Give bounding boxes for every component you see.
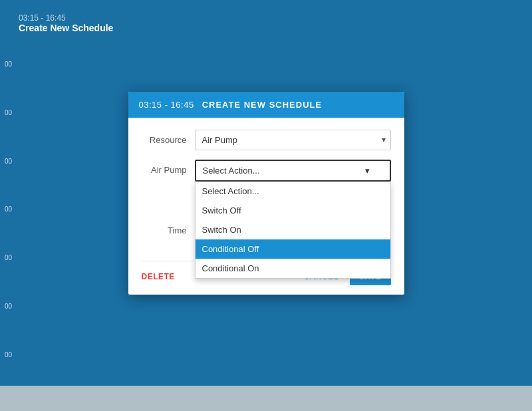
modal-header-time: 03:15 - 16:45: [139, 100, 194, 110]
dropdown-item-conditional-off[interactable]: Conditional Off: [196, 239, 390, 259]
action-dropdown-trigger[interactable]: Select Action... ▾: [195, 160, 391, 182]
modal-overlay: 03:15 - 16:45 CREATE NEW SCHEDULE Resour…: [0, 0, 532, 386]
dropdown-item-conditional-on[interactable]: Conditional On: [196, 259, 390, 278]
delete-button[interactable]: DELETE: [142, 268, 175, 285]
resource-select-wrap: Air Pump ▾: [195, 130, 391, 150]
bottom-bar: [0, 386, 532, 411]
air-pump-row: Air Pump Select Action... ▾ Select Actio…: [142, 160, 391, 182]
dropdown-item-select-action[interactable]: Select Action...: [196, 182, 390, 201]
time-label: Time: [142, 225, 195, 235]
action-dropdown-list: Select Action... Switch Off Switch On Co…: [195, 182, 391, 279]
resource-select[interactable]: Air Pump: [195, 130, 391, 150]
air-pump-label: Air Pump: [142, 160, 195, 175]
action-chevron-icon: ▾: [365, 166, 370, 176]
resource-label: Resource: [142, 135, 195, 145]
modal-header: 03:15 - 16:45 CREATE NEW SCHEDULE: [128, 92, 404, 118]
resource-row: Resource Air Pump ▾: [142, 130, 391, 150]
dropdown-item-switch-off[interactable]: Switch Off: [196, 201, 390, 220]
action-dropdown-wrap[interactable]: Select Action... ▾ Select Action... Swit…: [195, 160, 391, 182]
action-dropdown-value: Select Action...: [203, 166, 260, 176]
modal-dialog: 03:15 - 16:45 CREATE NEW SCHEDULE Resour…: [128, 92, 404, 295]
modal-body: Resource Air Pump ▾ Air Pump Select Acti…: [128, 118, 404, 261]
modal-header-title: CREATE NEW SCHEDULE: [202, 100, 323, 110]
dropdown-item-switch-on[interactable]: Switch On: [196, 220, 390, 239]
